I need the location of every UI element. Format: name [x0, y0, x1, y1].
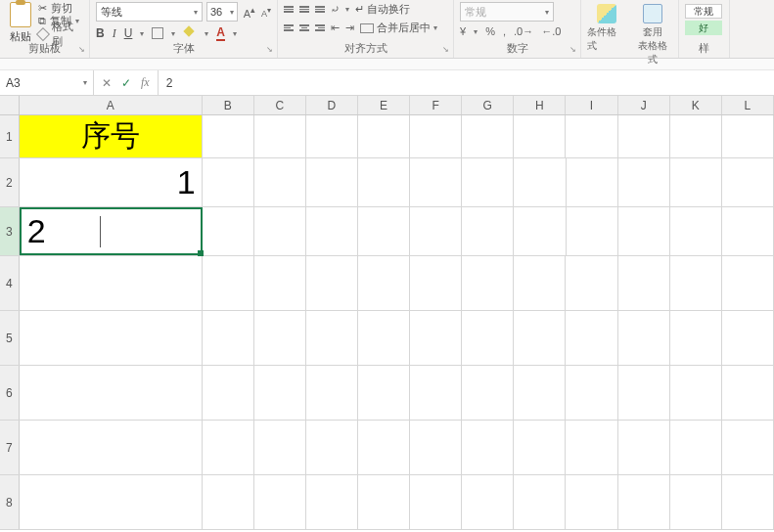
cell[interactable]	[670, 256, 722, 310]
cell[interactable]	[306, 475, 358, 529]
cell[interactable]	[618, 256, 670, 310]
cell[interactable]	[254, 115, 306, 157]
cell[interactable]	[618, 311, 670, 365]
orientation-icon[interactable]: ⤾	[331, 3, 340, 16]
cell[interactable]	[566, 311, 617, 365]
cell-A2[interactable]: 1	[20, 158, 203, 206]
cell[interactable]	[618, 115, 670, 157]
cell[interactable]	[566, 421, 617, 474]
cell[interactable]	[514, 207, 566, 255]
cell[interactable]	[20, 421, 203, 474]
cell[interactable]	[514, 311, 566, 365]
col-header-E[interactable]: E	[358, 96, 410, 114]
cell[interactable]	[358, 207, 410, 255]
align-bottom-icon[interactable]	[315, 6, 325, 13]
col-header-B[interactable]: B	[203, 96, 254, 114]
cell-A1[interactable]: 序号	[20, 115, 203, 157]
cell-A3-active[interactable]: 2	[20, 207, 203, 255]
cell[interactable]	[566, 475, 617, 529]
cell[interactable]	[20, 311, 203, 365]
format-as-table-button[interactable]: 套用 表格格式	[634, 4, 673, 66]
cell[interactable]	[410, 158, 462, 206]
cell[interactable]	[203, 115, 254, 157]
wrap-text-button[interactable]: ↵自动换行	[355, 2, 410, 17]
col-header-I[interactable]: I	[566, 96, 617, 114]
col-header-L[interactable]: L	[722, 96, 774, 114]
cell[interactable]	[203, 311, 254, 365]
underline-button[interactable]: U	[124, 26, 133, 40]
percent-button[interactable]: %	[485, 25, 495, 37]
col-header-A[interactable]: A	[20, 96, 203, 114]
cell[interactable]	[514, 158, 566, 206]
cell[interactable]	[306, 158, 358, 206]
cell[interactable]	[358, 256, 410, 310]
cell[interactable]	[618, 366, 670, 420]
cell[interactable]	[358, 366, 410, 420]
cell[interactable]	[462, 475, 514, 529]
cell[interactable]	[20, 256, 203, 310]
cell[interactable]	[306, 311, 358, 365]
cell[interactable]	[462, 207, 514, 255]
col-header-D[interactable]: D	[306, 96, 358, 114]
cell[interactable]	[514, 366, 566, 420]
conditional-format-button[interactable]: 条件格式	[587, 4, 626, 53]
cell[interactable]	[618, 207, 670, 255]
cell[interactable]	[254, 311, 306, 365]
cell[interactable]	[203, 475, 254, 529]
cell[interactable]	[203, 158, 254, 206]
cell[interactable]	[722, 256, 774, 310]
cell[interactable]	[254, 207, 306, 255]
cell[interactable]	[670, 475, 722, 529]
align-middle-icon[interactable]	[299, 6, 309, 13]
dialog-launcher-icon[interactable]: ↘	[78, 45, 85, 54]
number-format-select[interactable]: 常规▾	[460, 2, 554, 22]
cell[interactable]	[410, 421, 462, 474]
italic-button[interactable]: I	[113, 26, 116, 41]
col-header-K[interactable]: K	[670, 96, 722, 114]
bold-button[interactable]: B	[96, 26, 105, 40]
cell[interactable]	[670, 421, 722, 474]
select-all-corner[interactable]	[0, 96, 20, 114]
row-header-6[interactable]: 6	[0, 366, 20, 420]
cell[interactable]	[722, 158, 774, 206]
dialog-launcher-icon[interactable]: ↘	[266, 45, 273, 54]
increase-font-icon[interactable]: A▴	[244, 4, 255, 20]
font-name-select[interactable]: 等线▾	[96, 2, 203, 22]
enter-button[interactable]: ✓	[121, 76, 131, 90]
cell[interactable]	[722, 366, 774, 420]
cell[interactable]	[566, 256, 617, 310]
cell[interactable]	[618, 475, 670, 529]
cell[interactable]	[306, 256, 358, 310]
fx-icon[interactable]: fx	[141, 75, 150, 90]
cell[interactable]	[306, 207, 358, 255]
cell[interactable]	[514, 475, 566, 529]
cell[interactable]	[306, 366, 358, 420]
style-good[interactable]: 好	[685, 21, 722, 35]
cell[interactable]	[722, 475, 774, 529]
cell[interactable]	[20, 366, 203, 420]
cell[interactable]	[254, 421, 306, 474]
cell[interactable]	[203, 421, 254, 474]
cell[interactable]	[358, 421, 410, 474]
indent-inc-icon[interactable]: ⇥	[345, 22, 354, 34]
cell[interactable]	[567, 207, 618, 255]
cell[interactable]	[358, 311, 410, 365]
cell[interactable]	[20, 475, 203, 529]
cell[interactable]	[254, 158, 306, 206]
cell[interactable]	[306, 421, 358, 474]
cell[interactable]	[722, 311, 774, 365]
decrease-decimal-icon[interactable]: ←.0	[541, 25, 561, 37]
decrease-font-icon[interactable]: A▾	[261, 6, 271, 19]
cancel-button[interactable]: ✕	[102, 76, 112, 90]
cell[interactable]	[670, 311, 722, 365]
cell[interactable]	[462, 366, 514, 420]
comma-button[interactable]: ,	[503, 25, 506, 37]
cell[interactable]	[670, 158, 722, 206]
indent-dec-icon[interactable]: ⇤	[331, 22, 340, 34]
align-center-icon[interactable]	[299, 24, 309, 31]
cell[interactable]	[670, 115, 722, 157]
cell[interactable]	[618, 421, 670, 474]
cell[interactable]	[358, 115, 410, 157]
border-icon[interactable]	[152, 27, 163, 39]
row-header-3[interactable]: 3	[0, 207, 20, 255]
